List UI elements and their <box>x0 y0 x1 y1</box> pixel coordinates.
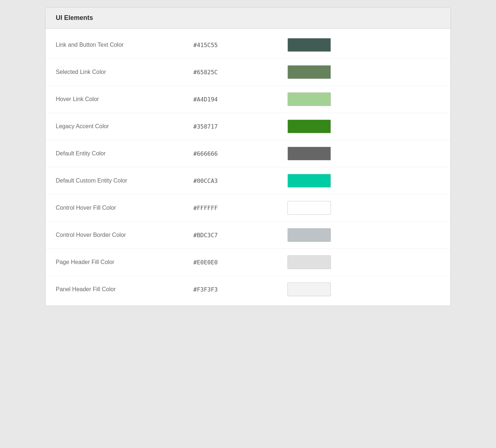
color-swatch[interactable] <box>287 92 331 106</box>
color-swatch[interactable] <box>287 201 331 215</box>
color-label: Default Entity Color <box>56 150 193 157</box>
color-label: Selected Link Color <box>56 69 193 75</box>
color-row[interactable]: Link and Button Text Color#415C55 <box>46 32 450 59</box>
color-row[interactable]: Legacy Accent Color#358717 <box>46 113 450 140</box>
color-hex-value: #FFFFFF <box>193 205 287 212</box>
color-swatch[interactable] <box>287 255 331 269</box>
panel-header: UI Elements <box>46 8 450 29</box>
color-hex-value: #358717 <box>193 123 287 130</box>
color-row[interactable]: Selected Link Color#65825C <box>46 59 450 86</box>
color-row[interactable]: Page Header Fill Color#E0E0E0 <box>46 249 450 276</box>
color-label: Default Custom Entity Color <box>56 177 193 184</box>
color-hex-value: #00CCA3 <box>193 177 287 184</box>
color-label: Control Hover Border Color <box>56 232 193 238</box>
color-swatch[interactable] <box>287 120 331 133</box>
color-row[interactable]: Default Custom Entity Color#00CCA3 <box>46 167 450 194</box>
color-label: Hover Link Color <box>56 96 193 102</box>
color-label: Panel Header Fill Color <box>56 286 193 293</box>
color-hex-value: #666666 <box>193 150 287 157</box>
color-hex-value: #BDC3C7 <box>193 232 287 239</box>
color-hex-value: #F3F3F3 <box>193 286 287 293</box>
color-swatch[interactable] <box>287 38 331 52</box>
color-swatch[interactable] <box>287 282 331 296</box>
color-label: Legacy Accent Color <box>56 123 193 130</box>
color-label: Control Hover Fill Color <box>56 205 193 211</box>
color-row[interactable]: Default Entity Color#666666 <box>46 140 450 167</box>
ui-elements-panel: UI Elements Link and Button Text Color#4… <box>45 7 451 306</box>
color-row[interactable]: Hover Link Color#A4D194 <box>46 86 450 113</box>
color-swatch[interactable] <box>287 174 331 188</box>
color-hex-value: #A4D194 <box>193 96 287 103</box>
color-hex-value: #E0E0E0 <box>193 259 287 266</box>
color-row[interactable]: Panel Header Fill Color#F3F3F3 <box>46 276 450 303</box>
color-list: Link and Button Text Color#415C55Selecte… <box>46 29 450 306</box>
panel-title: UI Elements <box>56 14 93 21</box>
color-row[interactable]: Control Hover Border Color#BDC3C7 <box>46 222 450 249</box>
color-hex-value: #415C55 <box>193 42 287 49</box>
color-row[interactable]: Control Hover Fill Color#FFFFFF <box>46 194 450 222</box>
color-swatch[interactable] <box>287 65 331 79</box>
color-swatch[interactable] <box>287 147 331 160</box>
color-label: Page Header Fill Color <box>56 259 193 265</box>
color-label: Link and Button Text Color <box>56 42 193 48</box>
color-swatch[interactable] <box>287 228 331 242</box>
color-hex-value: #65825C <box>193 69 287 76</box>
